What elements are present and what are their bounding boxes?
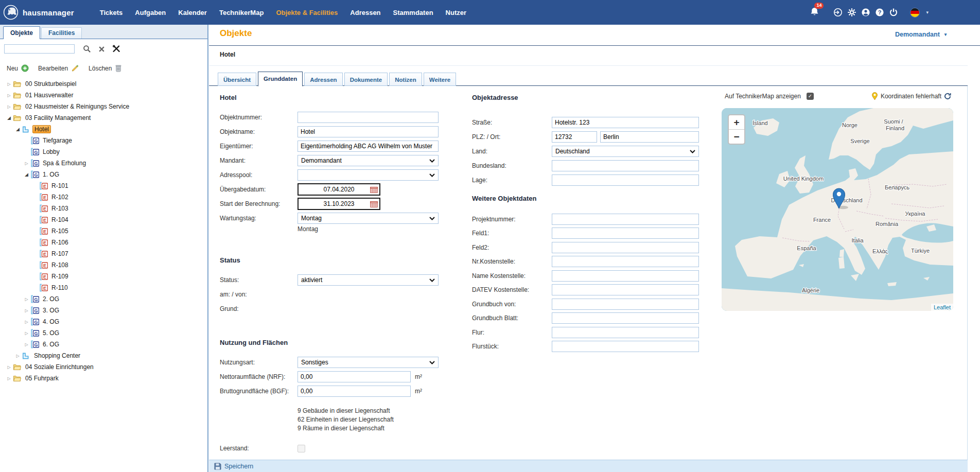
- tab-grunddaten[interactable]: Grunddaten: [258, 72, 303, 86]
- input-feld2[interactable]: [552, 242, 699, 253]
- input-nettoraumfläche-nrf[interactable]: [297, 371, 411, 382]
- expand-arrow-icon[interactable]: ▷: [5, 376, 13, 381]
- select-mandant[interactable]: Demomandant: [297, 155, 439, 166]
- tree-item-2-og[interactable]: ▷G2. OG: [0, 293, 207, 305]
- input-grundbuch-blatt[interactable]: [552, 312, 699, 324]
- tree-item-5-og[interactable]: ▷G5. OG: [0, 327, 207, 339]
- tab-notizen[interactable]: Notizen: [389, 73, 422, 86]
- tree-item-r-106[interactable]: ER-106: [0, 237, 207, 248]
- tree-item-r-103[interactable]: ER-103: [0, 203, 207, 214]
- tree-item-00-strukturbeispiel[interactable]: ▷00 Strukturbeispiel: [0, 78, 207, 90]
- new-button[interactable]: Neu: [7, 64, 29, 72]
- tree-item-03-facility-management[interactable]: ◢03 Facility Management: [0, 112, 207, 124]
- nav-item-adressen[interactable]: Adressen: [350, 9, 380, 16]
- input-projektnummer[interactable]: [552, 214, 699, 225]
- clear-search-icon[interactable]: [98, 46, 105, 53]
- tab-adressen[interactable]: Adressen: [304, 73, 342, 86]
- expand-arrow-icon[interactable]: ▷: [14, 354, 22, 358]
- tree-item-r-101[interactable]: ER-101: [0, 180, 207, 191]
- tree-item-r-110[interactable]: ER-110: [0, 282, 207, 293]
- user-icon[interactable]: [861, 8, 870, 17]
- zoom-out-button[interactable]: −: [729, 129, 744, 144]
- sidebar-tab-facilities[interactable]: Facilities: [41, 27, 82, 39]
- select-land[interactable]: Deutschland: [552, 146, 699, 157]
- nav-item-aufgaben[interactable]: Aufgaben: [135, 9, 166, 16]
- tree-item-lobby[interactable]: GLobby: [0, 146, 207, 158]
- language-caret-icon[interactable]: ▾: [926, 10, 929, 15]
- tree-item-r-108[interactable]: ER-108: [0, 259, 207, 271]
- select-status[interactable]: aktiviert: [297, 274, 439, 286]
- tree-item-04-soziale-einrichtungen[interactable]: ▷04 Soziale Einrichtungen: [0, 361, 207, 373]
- expand-arrow-icon[interactable]: ▷: [23, 342, 30, 347]
- tree-item-spa-erholung[interactable]: ▷GSpa & Erholung: [0, 158, 207, 169]
- tree-item-02-hausmeister-reinigungs-service[interactable]: ▷02 Hausmeister & Reinigungs Service: [0, 101, 207, 112]
- checkbox-leerstand[interactable]: [297, 445, 305, 452]
- app-brand[interactable]: hausmanager: [3, 5, 74, 20]
- search-icon[interactable]: [83, 45, 91, 53]
- nav-item-technikermap[interactable]: TechnikerMap: [219, 9, 264, 16]
- select-wartungstag[interactable]: Montag: [297, 213, 439, 224]
- tree-search-input[interactable]: [4, 44, 75, 54]
- leaflet-map[interactable]: ÍslandNorgeSuomi /FinlandSverigeUnited K…: [722, 108, 953, 311]
- tab-dokumente[interactable]: Dokumente: [344, 73, 388, 86]
- select-nutzungsart[interactable]: Sonstiges: [297, 357, 439, 368]
- input-plz[interactable]: [552, 131, 597, 143]
- nav-item-kalender[interactable]: Kalender: [178, 9, 207, 16]
- input-objektname[interactable]: [297, 126, 439, 137]
- collapse-arrow-icon[interactable]: ◢: [5, 115, 13, 120]
- input-bruttogrundfläche-bgf[interactable]: [297, 386, 411, 397]
- language-flag-de[interactable]: [910, 8, 920, 18]
- tree-item-3-og[interactable]: ▷G3. OG: [0, 305, 207, 316]
- client-selector[interactable]: Demomandant ▾: [895, 31, 947, 38]
- show-on-map-checkbox[interactable]: ✓: [807, 93, 814, 100]
- nav-item-tickets[interactable]: Tickets: [100, 9, 123, 16]
- input-lage[interactable]: [552, 174, 699, 186]
- collapse-arrow-icon[interactable]: ◢: [14, 127, 22, 132]
- notifications-button[interactable]: 14: [810, 7, 819, 19]
- save-bar[interactable]: Speichern: [209, 460, 968, 472]
- zoom-in-button[interactable]: +: [729, 115, 744, 129]
- sign-in-icon[interactable]: [833, 8, 843, 17]
- input-bundesland[interactable]: [552, 160, 699, 171]
- expand-arrow-icon[interactable]: ▷: [23, 320, 30, 324]
- help-icon[interactable]: ?: [875, 8, 884, 17]
- edit-button[interactable]: Bearbeiten: [38, 64, 79, 72]
- input-ort[interactable]: [600, 131, 699, 143]
- tree-tools-icon[interactable]: [112, 45, 120, 53]
- date-input-start-der-berechnung[interactable]: 31.10.2023: [297, 198, 380, 210]
- delete-button[interactable]: Löschen: [89, 64, 122, 72]
- sidebar-tab-objekte[interactable]: Objekte: [3, 26, 40, 39]
- map-attribution-link[interactable]: Leaflet: [931, 304, 953, 311]
- tree-item-r-104[interactable]: ER-104: [0, 214, 207, 225]
- date-input-übergabedatum[interactable]: 07.04.2020: [297, 183, 380, 196]
- input-eigentümer[interactable]: [297, 141, 439, 152]
- expand-arrow-icon[interactable]: ▷: [23, 331, 30, 336]
- expand-arrow-icon[interactable]: ▷: [5, 82, 13, 86]
- tree-item-r-107[interactable]: ER-107: [0, 248, 207, 259]
- tree-item-shopping-center[interactable]: ▷Shopping Center: [0, 350, 207, 361]
- tree-item-r-105[interactable]: ER-105: [0, 225, 207, 237]
- tree-item-05-fuhrpark[interactable]: ▷05 Fuhrpark: [0, 373, 207, 384]
- expand-arrow-icon[interactable]: ▷: [23, 308, 30, 313]
- tree-item-01-hausverwalter[interactable]: ▷01 Hausverwalter: [0, 90, 207, 101]
- input-flur[interactable]: [552, 327, 699, 338]
- tree-item-r-102[interactable]: ER-102: [0, 191, 207, 203]
- expand-arrow-icon[interactable]: ▷: [5, 93, 13, 98]
- expand-arrow-icon[interactable]: ▷: [5, 104, 13, 109]
- tab-weitere[interactable]: Weitere: [424, 73, 456, 86]
- tree-item-hotel[interactable]: ◢Hotel: [0, 124, 207, 135]
- expand-arrow-icon[interactable]: ▷: [23, 161, 30, 166]
- select-adresspool[interactable]: [297, 169, 439, 181]
- nav-item-objekte-facilities[interactable]: Objekte & Facilities: [276, 9, 338, 16]
- input-name-kostenstelle[interactable]: [552, 270, 699, 282]
- power-icon[interactable]: [889, 8, 898, 17]
- tree-item-1-og[interactable]: ◢G1. OG: [0, 169, 207, 180]
- settings-gear-icon[interactable]: [847, 8, 856, 17]
- tree-item-r-109[interactable]: ER-109: [0, 271, 207, 282]
- input-feld1[interactable]: [552, 228, 699, 239]
- tree-item-6-og[interactable]: ▷G6. OG: [0, 339, 207, 350]
- refresh-coordinates-icon[interactable]: [944, 93, 951, 100]
- input-nr-kostenstelle[interactable]: [552, 256, 699, 267]
- input-objektnummer[interactable]: [297, 112, 439, 123]
- tab-übersicht[interactable]: Übersicht: [218, 73, 256, 86]
